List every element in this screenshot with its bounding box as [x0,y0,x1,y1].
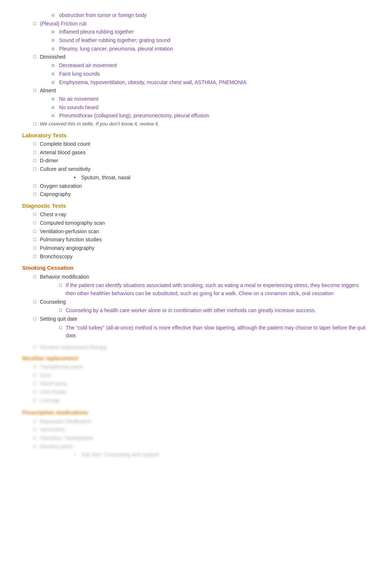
bullet-char: □ [33,211,40,218]
behavior-mod-item: □ Behavior modification [33,273,370,281]
diminished-sub3-text: Emphysema, hypoventilation, obesity, mus… [59,79,370,87]
friction-sub3-text: Pleurisy, lung cancer, pneumonia, pleura… [59,45,370,53]
bullet-char: □ [33,190,40,198]
bullet-char: □ [33,236,40,243]
friction-sub1-text: Inflamed pleura rubbing together [59,28,370,36]
diminished-item: □ Diminished [33,53,370,61]
bullet-char: □ [33,165,40,173]
o-char: o [52,95,59,103]
absent-sub1: o No air movement [52,95,370,103]
bullet-char: □ [33,253,40,260]
diag-item-1: □ Chest x-ray [33,211,370,219]
diag-5-text: Pulmonary angiography [40,244,370,252]
blurred-text: Bupropion (Wellbutrin) [40,418,370,426]
diag-2-text: Computed tomography scan [40,219,370,227]
behavior-mod-sub: □ If the patient can identify situations… [59,282,370,297]
diminished-sub1-text: Decreased air movement [59,62,370,70]
lab-6-text: Capnography [40,190,370,199]
lab-item-6: □ Capnography [33,190,370,199]
blurred-text: Gum [40,372,370,380]
absent-item: □ Absent [33,87,370,95]
lab-2-text: Arterial blood gases [40,149,370,157]
quit-date-sub: □ The “cold turkey” (all-at-once) method… [59,324,370,340]
friction-sub2-text: Sound of leather rubbing together; grati… [59,37,370,45]
blurred-list-item: □ Lozenge [33,397,370,405]
blurred-section-header-2: Prescription medications [22,408,370,417]
friction-sub3: o Pleurisy, lung cancer, pneumonia, pleu… [52,45,370,53]
diag-item-6: □ Bronchoscopy [33,253,370,261]
lab-item-5: □ Oxygen saturation [33,182,370,190]
bullet-char-sub: □ [59,282,66,289]
absent-sub2-text: No sounds heard [59,104,370,112]
friction-sub1: o Inflamed pleura rubbing together [52,28,370,36]
quit-date-sub-text: The “cold turkey” (all-at-once) method i… [66,324,370,340]
bullet-char: □ [33,182,40,190]
behavior-mod-label: Behavior modification [40,273,370,281]
blurred-text: Transdermal patch [40,363,370,371]
o-char: o [52,62,59,69]
o-char: o [52,37,59,44]
bullet-char: □ [33,244,40,252]
blurred-text: Varenicline [40,426,370,434]
lab-3-text: D-dimer [40,157,370,165]
blurred-header-text: Nicotine replacement therapy [40,344,370,352]
blurred-item-header: □ Nicotine replacement therapy [33,344,370,352]
counseling-sub-text: Counseling by a health care worker alone… [66,307,370,315]
bullet-char: □ [33,140,40,148]
lab-1-text: Complete blood count [40,140,370,148]
bullet-char: □ [33,315,40,323]
bullet-char: □ [33,219,40,227]
bullet-char: □ [33,298,40,306]
blurred-list-item: □ Varenicline [33,426,370,434]
lab-4-text: Culture and sensitivity [40,165,370,173]
diag-4-text: Pulmonary function studies [40,236,370,244]
blurred-text: Nicotine patch [40,443,370,451]
lab-culture-sub: • Sputum, throat, nasal [74,174,370,182]
o-char: o [52,70,59,77]
o-char: o [52,45,59,52]
diag-item-2: □ Computed tomography scan [33,219,370,227]
blurred-sub-text: Sub item: Counseling and support [81,451,370,459]
blurred-list-item: □ Gum [33,372,370,380]
diag-3-text: Ventilation-perfusion scan [40,228,370,236]
lab-item-2: □ Arterial blood gases [33,149,370,157]
bullet-char-l1: □ [33,53,40,61]
blurred-list-item: □ Clonidine / Nortriptyline [33,434,370,442]
blurred-sub-item: • Sub item: Counseling and support [74,451,370,459]
blurred-list-item: □ Nicotine patch [33,443,370,451]
friction-sub2: o Sound of leather rubbing together; gra… [52,37,370,45]
absent-label: Absent [40,87,370,95]
absent-sub2: o No sounds heard [52,104,370,112]
lab-item-3: □ D-dimer [33,157,370,165]
bullet-dot: • [74,174,81,182]
absent-sub3-text: Pneumothorax (collapsed lung), pneumonec… [59,112,370,120]
counseling-label: Counseling [40,298,370,306]
diagnostic-tests-header: Diagnostic Tests [22,201,370,210]
diag-6-text: Bronchoscopy [40,253,370,261]
bullet-char: o [52,11,59,19]
blurred-text: Nasal spray [40,380,370,388]
bullet-char: □ [33,228,40,235]
blurred-list-item: □ Nasal spray [33,380,370,388]
bullet-char-sub: □ [59,324,66,331]
diminished-sub3: o Emphysema, hypoventilation, obesity, m… [52,79,370,87]
bullet-char: □ [33,157,40,164]
laboratory-tests-header: Laboratory Tests [22,131,370,139]
blurred-list-item: □ Oral inhaler [33,388,370,396]
lab-item-4: □ Culture and sensitivity [33,165,370,173]
counseling-sub: □ Counseling by a health care worker alo… [59,307,370,315]
blurred-text: Oral inhaler [40,388,370,396]
bullet-char: □ [33,149,40,156]
counseling-item: □ Counseling [33,298,370,306]
lab-culture-sub-text: Sputum, throat, nasal [81,174,370,182]
bullet-char-l1: □ [33,20,40,27]
blurred-list-item: □ Transdermal patch [33,363,370,371]
blurred-section-header-1: Nicotine replacement [22,354,370,362]
quit-date-label: Setting quit date [40,315,370,323]
diminished-sub2-text: Faint lung sounds [59,70,370,78]
skills-note: □ We covered this in skills. If you don'… [33,120,370,128]
quit-date-item: □ Setting quit date [33,315,370,323]
diminished-sub2: o Faint lung sounds [52,70,370,78]
skills-note-text: We covered this in skills. If you don't … [40,120,370,128]
diag-item-3: □ Ventilation-perfusion scan [33,228,370,236]
